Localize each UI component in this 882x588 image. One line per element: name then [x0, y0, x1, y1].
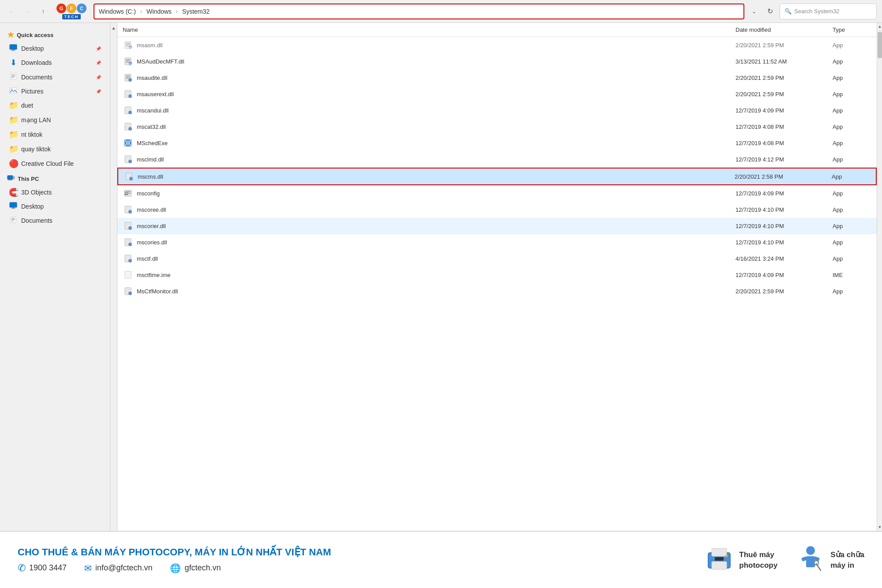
logo-c: C	[77, 4, 86, 13]
globe-icon: 🌐	[170, 563, 181, 573]
svg-point-60	[128, 210, 132, 213]
sidebar-item-desktop-pc[interactable]: Desktop	[2, 200, 108, 213]
dll-icon	[123, 121, 133, 132]
svg-rect-15	[11, 208, 15, 209]
file-list: Name Date modified Type DL msasm.dll 2/2…	[117, 23, 877, 531]
repair-label: Sửa chữamáy in	[830, 550, 864, 571]
pin-icon-pictures: 📌	[96, 89, 101, 94]
svg-rect-21	[126, 43, 130, 44]
path-windows: Windows	[146, 8, 172, 15]
sidebar-item-desktop[interactable]: Desktop 📌	[2, 42, 108, 55]
scroll-arrow-up[interactable]: ▲	[877, 23, 882, 30]
svg-point-45	[125, 140, 127, 142]
refresh-button[interactable]: ↻	[764, 5, 776, 18]
folder-duet-icon: 📁	[9, 101, 18, 110]
sidebar-item-quay-tiktok[interactable]: 📁 quay tiktok	[2, 142, 108, 156]
file-date: 12/7/2019 4:09 PM	[736, 190, 833, 197]
footer-phone: ✆ 1900 3447	[18, 562, 67, 574]
file-type: App	[833, 288, 877, 295]
scroll-up[interactable]: ▲	[111, 25, 117, 31]
path-dropdown-button[interactable]: ⌄	[748, 5, 760, 18]
sidebar-item-pictures[interactable]: Pictures 📌	[2, 85, 108, 98]
file-date: 12/7/2019 4:09 PM	[736, 107, 833, 114]
file-date: 12/7/2019 4:10 PM	[736, 223, 833, 229]
dll-icon	[123, 253, 133, 264]
photocopy-service: Thuê máyphotocopy	[704, 544, 777, 577]
svg-point-62	[128, 226, 132, 230]
svg-point-46	[130, 140, 131, 142]
file-type: App	[833, 206, 877, 213]
address-bar[interactable]: Windows (C:) › Windows › System32	[94, 4, 744, 19]
quick-access-label: Quick access	[17, 32, 53, 38]
svg-rect-22	[126, 44, 130, 45]
path-sep2: ›	[176, 8, 178, 15]
this-pc-header[interactable]: This PC	[0, 171, 110, 185]
search-bar[interactable]: 🔍 Search System32	[780, 4, 877, 19]
repair-icon	[795, 544, 826, 577]
table-row[interactable]: msctfime.ime 12/7/2019 4:09 PM IME	[117, 267, 877, 283]
sidebar-documents-label: Documents	[21, 74, 53, 81]
table-row[interactable]: mscories.dll 12/7/2019 4:10 PM App	[117, 234, 877, 251]
file-date: 12/7/2019 4:08 PM	[736, 124, 833, 130]
email-icon: ✉	[84, 563, 92, 573]
table-row[interactable]: MsCtfMonitor.dll 2/20/2021 2:59 PM App	[117, 283, 877, 300]
table-row-mscms[interactable]: mscms.dll 2/20/2021 2:58 PM App	[117, 168, 877, 185]
file-date: 2/20/2021 2:59 PM	[736, 288, 833, 295]
sidebar-item-3d-objects[interactable]: 🧲 3D Objects	[2, 185, 108, 199]
table-row[interactable]: msctf.dll 4/16/2021 3:24 PM App	[117, 251, 877, 267]
file-type: App	[833, 91, 877, 97]
sidebar-item-creative-cloud[interactable]: 🔴 Creative Cloud File	[2, 157, 108, 171]
table-row[interactable]: msauserext.dll 2/20/2021 2:59 PM App	[117, 86, 877, 102]
scroll-arrow-down[interactable]: ▼	[877, 524, 882, 531]
sidebar-desktop-pc-label: Desktop	[21, 203, 44, 210]
table-row[interactable]: DL msasm.dll 2/20/2021 2:59 PM App	[117, 37, 877, 53]
sidebar-item-downloads[interactable]: ⬇ Downloads 📌	[2, 56, 108, 70]
this-pc-icon	[7, 175, 15, 183]
file-type: App	[833, 75, 877, 81]
scrollbar-thumb[interactable]	[878, 32, 882, 58]
footer-services: Thuê máyphotocopy Sửa chữamáy in	[704, 544, 864, 577]
table-row[interactable]: msclmd.dll 12/7/2019 4:12 PM App	[117, 151, 877, 168]
table-row[interactable]: MSchedExe 12/7/2019 4:08 PM App	[117, 135, 877, 151]
table-row[interactable]: DL MSAudDecMFT.dll 3/13/2021 11:52 AM Ap…	[117, 53, 877, 70]
creative-cloud-icon: 🔴	[9, 159, 18, 169]
sidebar-downloads-label: Downloads	[21, 59, 52, 66]
sidebar-item-mang-lan[interactable]: 📁 mạng LAN	[2, 113, 108, 127]
column-date-header: Date modified	[736, 26, 833, 33]
table-row[interactable]: mscorier.dll 12/7/2019 4:10 PM App	[117, 218, 877, 234]
pin-icon-desktop: 📌	[96, 46, 101, 51]
content-wrapper: ▲ Name Date modified Type DL msasm.dll 2…	[110, 23, 882, 531]
file-date: 12/7/2019 4:10 PM	[736, 206, 833, 213]
path-system32: System32	[182, 8, 210, 15]
table-row[interactable]: mscoree.dll 12/7/2019 4:10 PM App	[117, 202, 877, 218]
table-row[interactable]: msaudite.dll 2/20/2021 2:59 PM App	[117, 70, 877, 86]
photocopy-icon	[704, 544, 735, 577]
table-row[interactable]: msconfig 12/7/2019 4:09 PM App	[117, 185, 877, 202]
sidebar-item-documents[interactable]: Documents 📌	[2, 70, 108, 84]
svg-rect-17	[11, 218, 15, 219]
forward-button[interactable]: →	[21, 5, 34, 18]
file-type: App	[833, 156, 877, 163]
file-name: msasm.dll	[137, 42, 736, 49]
table-row[interactable]: mscat32.dll 12/7/2019 4:08 PM App	[117, 119, 877, 135]
sidebar-item-nt-tiktok[interactable]: 📁 nt tiktok	[2, 127, 108, 142]
logo-f: F	[67, 4, 76, 13]
column-type-header: Type	[833, 26, 877, 33]
file-name: MsCtfMonitor.dll	[137, 288, 736, 295]
table-row[interactable]: mscandui.dll 12/7/2019 4:09 PM App	[117, 102, 877, 119]
this-pc-label: This PC	[18, 176, 39, 182]
file-type: App	[833, 140, 877, 146]
back-button[interactable]: ←	[5, 5, 18, 18]
file-name: msaudite.dll	[137, 75, 736, 81]
downloads-icon: ⬇	[9, 58, 18, 67]
dll-icon	[123, 105, 133, 116]
up-button[interactable]: ↑	[37, 5, 49, 18]
sidebar-item-duet[interactable]: 📁 duet	[2, 98, 108, 112]
file-name: MSchedExe	[137, 140, 736, 146]
file-type: App	[833, 58, 877, 65]
footer-email: ✉ info@gfctech.vn	[84, 563, 152, 573]
svg-rect-12	[8, 180, 12, 181]
svg-point-48	[130, 145, 131, 146]
sidebar-item-documents-pc[interactable]: Documents	[2, 213, 108, 228]
svg-point-50	[128, 160, 132, 163]
